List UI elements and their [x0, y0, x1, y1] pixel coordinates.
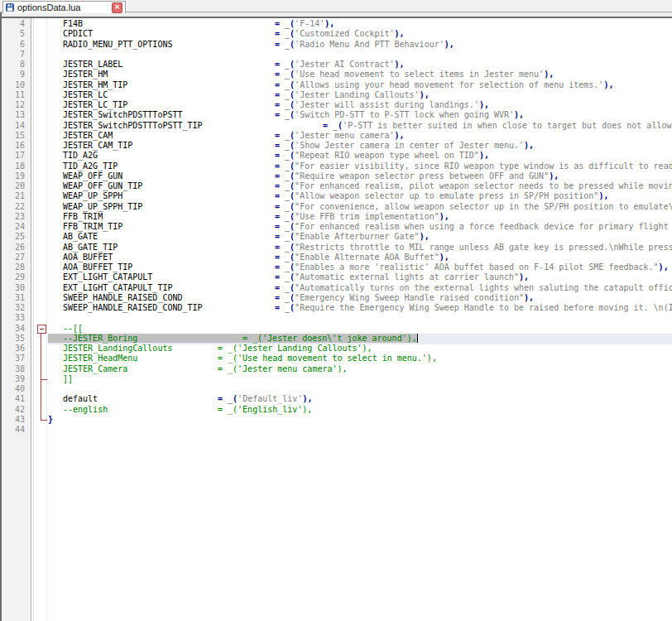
code-token: _: [280, 100, 290, 109]
code-line[interactable]: 32SWEEP_HANDLE_RAISED_COND_TIP= _("Requi…: [0, 303, 672, 314]
code-line[interactable]: 4F14B= _('F-14'),: [0, 19, 672, 30]
line-number[interactable]: 24: [2, 222, 25, 232]
line-number[interactable]: 30: [2, 283, 25, 293]
code-token: _: [280, 222, 290, 231]
code-line[interactable]: 39]]: [0, 374, 672, 385]
code-line[interactable]: 42--english= _('English_liv'),: [0, 405, 672, 416]
line-number[interactable]: 21: [2, 191, 25, 201]
code-line[interactable]: 27AOA_BUFFET= _("Enable Alternate AOA Bu…: [0, 253, 672, 263]
fold-collapse-marker[interactable]: [37, 325, 46, 334]
code-line[interactable]: 11JESTER_LC= _('Jester Landing Callouts'…: [0, 90, 672, 101]
code-line[interactable]: 21WEAP_UP_SPPH= _("Allow weapon selector…: [0, 191, 672, 202]
code-line[interactable]: 23FFB_TRIM= _("Use FFB trim implementati…: [0, 212, 672, 223]
code-token: ),: [395, 131, 405, 140]
code-line[interactable]: 19WEAP_OFF_GUN= _("Require weapon select…: [0, 171, 672, 182]
line-number[interactable]: 32: [2, 303, 25, 313]
fold-end-tick: [41, 420, 47, 421]
line-number[interactable]: 16: [2, 141, 25, 151]
code-token: = _('Jester doesn\'t joke around'),: [242, 334, 417, 343]
line-number[interactable]: 23: [2, 212, 25, 222]
line-number[interactable]: 17: [2, 151, 25, 161]
code-line[interactable]: 26AB_GATE_TIP= _("Restricts throttle to …: [0, 243, 672, 253]
line-number[interactable]: 31: [2, 293, 25, 303]
code-line[interactable]: 31SWEEP_HANDLE_RAISED_COND= _("Emergency…: [0, 293, 672, 304]
line-number[interactable]: 14: [2, 121, 25, 131]
code-line[interactable]: 12JESTER_LC_TIP= _('Jester will assist d…: [0, 100, 672, 111]
code-line[interactable]: 34--[[: [0, 324, 672, 335]
code-line[interactable]: 35--JESTER_Boring= _('Jester doesn\'t jo…: [0, 334, 672, 344]
line-number[interactable]: 12: [2, 100, 25, 110]
code-line[interactable]: 40: [0, 384, 672, 395]
line-number[interactable]: 11: [2, 90, 25, 100]
code-token: ),: [302, 394, 312, 403]
code-line[interactable]: 28AOA_BUFFET_TIP= _("Enables a more 'rea…: [0, 262, 672, 273]
code-line[interactable]: 17TID_A2G= _("Repeat RIO weapon type whe…: [0, 151, 672, 161]
code-line[interactable]: 9JESTER_HM= _('Use head movement to sele…: [0, 70, 672, 80]
line-number[interactable]: 35: [2, 334, 25, 344]
tab-optionsdata-lua[interactable]: optionsData.lua ✕: [2, 1, 126, 13]
line-number[interactable]: 4: [2, 19, 25, 29]
line-number[interactable]: 7: [2, 50, 25, 60]
code-line[interactable]: 29EXT_LIGHT_CATAPULT= _("Automatic exter…: [0, 272, 672, 283]
code-token: ),: [659, 262, 669, 272]
line-number[interactable]: 41: [2, 394, 25, 404]
code-token: 'Jester Landing Callouts': [295, 90, 420, 99]
line-number[interactable]: 29: [2, 272, 25, 282]
code-token: 'P-STT is better suited in when close to…: [343, 121, 672, 130]
line-number[interactable]: 13: [2, 110, 25, 120]
line-number[interactable]: 28: [2, 262, 25, 272]
line-number[interactable]: 36: [2, 344, 25, 354]
line-number[interactable]: 27: [2, 253, 25, 262]
line-number[interactable]: 15: [2, 131, 25, 141]
line-number[interactable]: 26: [2, 243, 25, 253]
line-number[interactable]: 22: [2, 202, 25, 212]
code-line[interactable]: 41default= _('Default_liv'),: [0, 394, 672, 405]
code-line[interactable]: 10JESTER_HM_TIP= _('Allows using your he…: [0, 80, 672, 91]
line-number[interactable]: 25: [2, 232, 25, 242]
code-line[interactable]: 37JESTER_HeadMenu= _('Use head movement …: [0, 354, 672, 364]
code-line[interactable]: 43}: [0, 415, 672, 426]
code-line[interactable]: 14JESTER_SwitchPDSTTToPSTT_TIP= _('P-STT…: [0, 121, 672, 132]
line-number[interactable]: 34: [2, 324, 25, 334]
line-number[interactable]: 19: [2, 171, 25, 181]
line-number[interactable]: 39: [2, 374, 25, 384]
code-line[interactable]: 33: [0, 313, 672, 324]
line-number[interactable]: 18: [2, 161, 25, 171]
code-token: _: [280, 90, 290, 99]
code-line[interactable]: 15JESTER_CAM= _('Jester menu camera'),: [0, 131, 672, 142]
code-line[interactable]: 18TID_A2G_TIP= _("For easier visibility,…: [0, 161, 672, 172]
code-line[interactable]: 8JESTER_LABEL= _('Jester AI Contract'),: [0, 60, 672, 70]
line-number[interactable]: 9: [2, 70, 25, 79]
code-line[interactable]: 36JESTER_LandingCallouts= _('Jester Land…: [0, 344, 672, 354]
line-number[interactable]: 42: [2, 405, 25, 415]
line-number[interactable]: 6: [2, 40, 25, 50]
line-number[interactable]: 33: [2, 313, 25, 323]
code-line[interactable]: 16JESTER_CAM_TIP= _('Show Jester camera …: [0, 141, 672, 152]
line-number[interactable]: 20: [2, 181, 25, 191]
line-number[interactable]: 40: [2, 384, 25, 394]
code-line[interactable]: 13JESTER_SwitchPDSTTToPSTT= _('Switch PD…: [0, 110, 672, 121]
line-number[interactable]: 8: [2, 60, 25, 70]
tab-close-icon[interactable]: ✕: [112, 2, 122, 13]
code-line[interactable]: 20WEAP_OFF_GUN_TIP= _("For enhanced real…: [0, 181, 672, 192]
code-line[interactable]: 25AB_GATE= _("Enable Afterburner Gate"),: [0, 232, 672, 243]
code-token: JESTER_LC: [63, 90, 275, 100]
code-token: 'Customized Cockpit': [295, 29, 394, 38]
code-token: 'Allows using your head movement for sel…: [295, 80, 603, 89]
code-line[interactable]: 30EXT_LIGHT_CATAPULT_TIP= _("Automatical…: [0, 283, 672, 294]
code-line[interactable]: 6RADIO_MENU_PTT_OPTIONS= _('Radio Menu A…: [0, 40, 672, 51]
line-number[interactable]: 37: [2, 354, 25, 363]
code-token: "For convenience, allow weapon selector …: [295, 202, 672, 211]
line-number[interactable]: 43: [2, 415, 25, 425]
line-number[interactable]: 44: [2, 425, 25, 435]
line-number[interactable]: 38: [2, 364, 25, 374]
code-text: JESTER_LC_TIP= _('Jester will assist dur…: [63, 100, 489, 110]
code-line[interactable]: 24FFB_TRIM_TIP= _("For enhanced realism …: [0, 222, 672, 233]
code-line[interactable]: 44: [0, 425, 672, 436]
line-number[interactable]: 10: [2, 80, 25, 90]
code-line[interactable]: 5CPDICT= _('Customized Cockpit'),: [0, 29, 672, 40]
line-number[interactable]: 5: [2, 29, 25, 39]
code-line[interactable]: 38JESTER_Camera= _('Jester menu camera')…: [0, 364, 672, 375]
code-line[interactable]: 7: [0, 50, 672, 60]
code-line[interactable]: 22WEAP_UP_SPPH_TIP= _("For convenience, …: [0, 202, 672, 213]
